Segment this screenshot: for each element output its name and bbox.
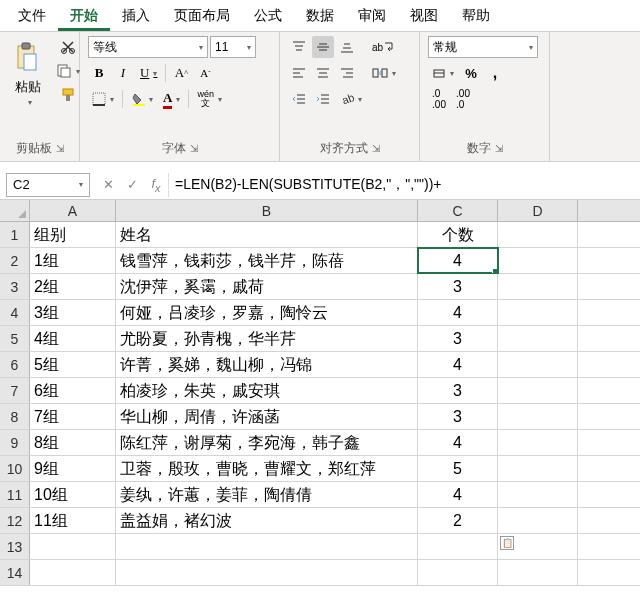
- wrap-text-button[interactable]: ab: [368, 36, 398, 58]
- cell[interactable]: 姜纨，许蕙，姜菲，陶倩倩: [116, 482, 418, 507]
- confirm-button[interactable]: ✓: [120, 173, 144, 197]
- cell[interactable]: 1组: [30, 248, 116, 273]
- menu-2[interactable]: 插入: [110, 1, 162, 31]
- cell[interactable]: 卫蓉，殷玫，曹晓，曹耀文，郑红萍: [116, 456, 418, 481]
- cell[interactable]: [498, 222, 578, 247]
- cell[interactable]: [498, 378, 578, 403]
- cell[interactable]: 2组: [30, 274, 116, 299]
- cell[interactable]: 4: [418, 430, 498, 455]
- name-box[interactable]: C2▾: [6, 173, 90, 197]
- menu-0[interactable]: 文件: [6, 1, 58, 31]
- cell[interactable]: 4: [418, 352, 498, 377]
- formula-input[interactable]: =LEN(B2)-LEN(SUBSTITUTE(B2,"，",""))+: [168, 173, 640, 197]
- menu-1[interactable]: 开始: [58, 1, 110, 31]
- percent-button[interactable]: %: [460, 62, 482, 84]
- cell[interactable]: 7组: [30, 404, 116, 429]
- orientation-button[interactable]: ab▾: [336, 88, 366, 110]
- row-header[interactable]: 4: [0, 300, 30, 325]
- increase-font-button[interactable]: A^: [170, 62, 192, 84]
- cell[interactable]: [418, 534, 498, 559]
- cell[interactable]: 华山柳，周倩，许涵菡: [116, 404, 418, 429]
- cell[interactable]: [116, 534, 418, 559]
- cell[interactable]: [498, 430, 578, 455]
- row-header[interactable]: 8: [0, 404, 30, 429]
- decrease-decimal-button[interactable]: .00.0: [452, 88, 474, 110]
- cell[interactable]: 4: [418, 248, 498, 273]
- increase-decimal-button[interactable]: .0.00: [428, 88, 450, 110]
- cell[interactable]: [498, 404, 578, 429]
- underline-button[interactable]: U▾: [136, 62, 161, 84]
- cell[interactable]: [116, 560, 418, 585]
- row-header[interactable]: 9: [0, 430, 30, 455]
- row-header[interactable]: 12: [0, 508, 30, 533]
- accounting-button[interactable]: ▾: [428, 62, 458, 84]
- cell[interactable]: 尤盼夏，孙青槐，华半芹: [116, 326, 418, 351]
- decrease-indent-button[interactable]: [288, 88, 310, 110]
- font-family-select[interactable]: 等线▾: [88, 36, 208, 58]
- row-header[interactable]: 10: [0, 456, 30, 481]
- cell[interactable]: [498, 274, 578, 299]
- row-header[interactable]: 13: [0, 534, 30, 559]
- select-all-corner[interactable]: [0, 200, 30, 221]
- cell[interactable]: [30, 534, 116, 559]
- fx-button[interactable]: fx: [144, 173, 168, 197]
- align-right-button[interactable]: [336, 62, 358, 84]
- cell[interactable]: 4: [418, 482, 498, 507]
- cell[interactable]: 5: [418, 456, 498, 481]
- number-format-select[interactable]: 常规▾: [428, 36, 538, 58]
- cell[interactable]: [498, 482, 578, 507]
- cell[interactable]: [418, 560, 498, 585]
- cell[interactable]: [30, 560, 116, 585]
- cell[interactable]: 姓名: [116, 222, 418, 247]
- cell[interactable]: 3: [418, 378, 498, 403]
- cell[interactable]: 3: [418, 404, 498, 429]
- row-header[interactable]: 3: [0, 274, 30, 299]
- cell[interactable]: 9组: [30, 456, 116, 481]
- cell[interactable]: 个数: [418, 222, 498, 247]
- row-header[interactable]: 7: [0, 378, 30, 403]
- paste-options-icon[interactable]: 📋: [500, 536, 514, 550]
- row-header[interactable]: 1: [0, 222, 30, 247]
- menu-4[interactable]: 公式: [242, 1, 294, 31]
- row-header[interactable]: 11: [0, 482, 30, 507]
- align-bottom-button[interactable]: [336, 36, 358, 58]
- cell[interactable]: 许菁，奚娣，魏山柳，冯锦: [116, 352, 418, 377]
- cell[interactable]: [498, 560, 578, 585]
- cell[interactable]: 6组: [30, 378, 116, 403]
- cell[interactable]: 10组: [30, 482, 116, 507]
- menu-6[interactable]: 审阅: [346, 1, 398, 31]
- row-header[interactable]: 6: [0, 352, 30, 377]
- cell[interactable]: [498, 352, 578, 377]
- cell[interactable]: 陈红萍，谢厚菊，李宛海，韩子鑫: [116, 430, 418, 455]
- row-header[interactable]: 5: [0, 326, 30, 351]
- row-header[interactable]: 14: [0, 560, 30, 585]
- dialog-launcher-icon[interactable]: ⇲: [56, 143, 64, 154]
- cell[interactable]: 3: [418, 326, 498, 351]
- border-button[interactable]: ▾: [88, 88, 118, 110]
- increase-indent-button[interactable]: [312, 88, 334, 110]
- menu-5[interactable]: 数据: [294, 1, 346, 31]
- cell[interactable]: 4: [418, 300, 498, 325]
- cell[interactable]: 2: [418, 508, 498, 533]
- decrease-font-button[interactable]: Aˇ: [194, 62, 216, 84]
- font-color-button[interactable]: A▾: [159, 88, 184, 110]
- align-middle-button[interactable]: [312, 36, 334, 58]
- cell[interactable]: 沈伊萍，奚霭，戚荷: [116, 274, 418, 299]
- cell[interactable]: 组别: [30, 222, 116, 247]
- spreadsheet-grid[interactable]: A B C D 1组别姓名个数21组钱雪萍，钱莉莎，钱半芹，陈蓓432组沈伊萍，…: [0, 200, 640, 586]
- fill-color-button[interactable]: ▾: [127, 88, 157, 110]
- cell[interactable]: [498, 326, 578, 351]
- dialog-launcher-icon[interactable]: ⇲: [495, 143, 503, 154]
- cell[interactable]: 11组: [30, 508, 116, 533]
- italic-button[interactable]: I: [112, 62, 134, 84]
- menu-8[interactable]: 帮助: [450, 1, 502, 31]
- col-header[interactable]: D: [498, 200, 578, 221]
- cell[interactable]: [498, 456, 578, 481]
- cell[interactable]: 3组: [30, 300, 116, 325]
- cell[interactable]: [498, 508, 578, 533]
- cell[interactable]: [498, 300, 578, 325]
- cell[interactable]: 钱雪萍，钱莉莎，钱半芹，陈蓓: [116, 248, 418, 273]
- cell[interactable]: 8组: [30, 430, 116, 455]
- cell[interactable]: 柏凌珍，朱英，戚安琪: [116, 378, 418, 403]
- align-center-button[interactable]: [312, 62, 334, 84]
